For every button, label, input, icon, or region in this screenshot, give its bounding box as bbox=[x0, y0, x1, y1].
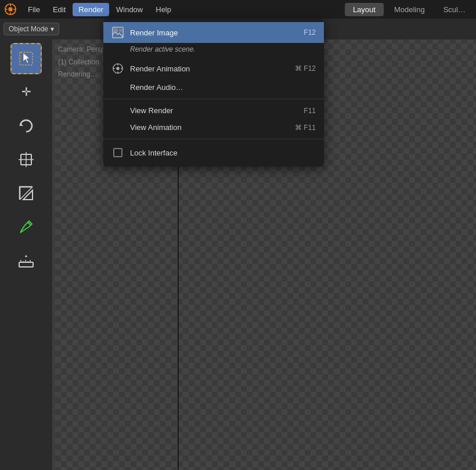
workspace-tabs: Layout Modeling Scul… bbox=[345, 3, 474, 16]
render-image-tooltip: Render active scene. bbox=[103, 43, 324, 58]
menu-render[interactable]: Render bbox=[73, 3, 109, 16]
tab-layout[interactable]: Layout bbox=[345, 3, 384, 16]
svg-text:▲: ▲ bbox=[24, 254, 28, 258]
main-menu: File Edit Render Window Help bbox=[22, 3, 177, 16]
sidebar-icon-measure[interactable]: ▲ bbox=[10, 245, 42, 276]
menu-item-view-render[interactable]: View Render F11 bbox=[103, 102, 324, 119]
menu-item-lock-interface[interactable]: Lock Interface bbox=[103, 142, 324, 163]
render-image-icon bbox=[111, 26, 124, 39]
menu-separator-1 bbox=[103, 99, 324, 99]
sidebar-icon-cursor[interactable] bbox=[10, 43, 42, 74]
blender-logo bbox=[2, 1, 19, 17]
menu-separator-2 bbox=[103, 139, 324, 139]
tab-sculpt[interactable]: Scul… bbox=[435, 3, 474, 16]
chevron-down-icon: ▾ bbox=[51, 25, 54, 33]
film-icon bbox=[111, 62, 124, 75]
topbar: File Edit Render Window Help Layout Mode… bbox=[0, 0, 476, 19]
render-animation-label: Render Animation bbox=[130, 64, 289, 73]
render-dropdown: Render Image F12 Render active scene. Re… bbox=[103, 19, 324, 167]
sidebar-icon-scale[interactable] bbox=[10, 178, 42, 209]
view-render-label: View Render bbox=[130, 106, 298, 115]
menu-item-view-animation[interactable]: View Animation ⌘ F11 bbox=[103, 119, 324, 136]
left-sidebar: ✛ bbox=[0, 39, 52, 470]
svg-point-1 bbox=[8, 7, 12, 11]
sidebar-icon-annotate[interactable] bbox=[10, 211, 42, 243]
svg-rect-16 bbox=[19, 262, 33, 267]
svg-marker-7 bbox=[23, 53, 30, 63]
lock-interface-label: Lock Interface bbox=[130, 149, 316, 157]
svg-rect-24 bbox=[114, 28, 118, 32]
menu-file[interactable]: File bbox=[22, 3, 46, 16]
lock-interface-checkbox bbox=[111, 146, 124, 159]
sidebar-icon-transform[interactable] bbox=[10, 144, 42, 175]
svg-line-14 bbox=[20, 187, 33, 200]
sidebar-icon-rotate[interactable] bbox=[10, 110, 42, 142]
view-render-shortcut: F11 bbox=[304, 107, 316, 115]
render-image-shortcut: F12 bbox=[304, 28, 316, 37]
render-audio-label: Render Audio… bbox=[130, 83, 316, 92]
menu-item-render-image[interactable]: Render Image F12 bbox=[103, 22, 324, 43]
menu-edit[interactable]: Edit bbox=[47, 3, 71, 16]
menu-item-render-animation[interactable]: Render Animation ⌘ F12 bbox=[103, 58, 324, 79]
render-animation-shortcut: ⌘ F12 bbox=[295, 64, 316, 73]
menu-item-render-audio[interactable]: Render Audio… bbox=[103, 79, 324, 96]
view-animation-label: View Animation bbox=[130, 123, 289, 132]
svg-text:✛: ✛ bbox=[21, 85, 31, 98]
svg-point-27 bbox=[116, 67, 119, 70]
tab-modeling[interactable]: Modeling bbox=[386, 3, 433, 16]
menu-help[interactable]: Help bbox=[150, 3, 177, 16]
menu-window[interactable]: Window bbox=[110, 3, 149, 16]
sidebar-icon-move[interactable]: ✛ bbox=[10, 77, 42, 108]
render-image-label: Render Image bbox=[130, 28, 298, 37]
view-animation-shortcut: ⌘ F11 bbox=[295, 124, 316, 132]
svg-point-25 bbox=[119, 29, 122, 32]
svg-marker-9 bbox=[20, 123, 23, 126]
object-mode-dropdown[interactable]: Object Mode ▾ bbox=[3, 23, 59, 35]
object-mode-label: Object Mode bbox=[9, 25, 48, 33]
